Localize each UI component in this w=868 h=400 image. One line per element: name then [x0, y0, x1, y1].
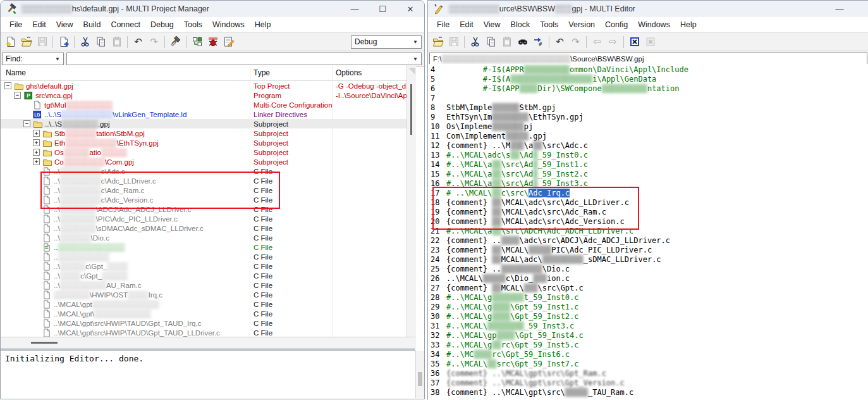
menu-windows[interactable]: Windows	[633, 20, 675, 29]
tree-horizontal-scrollbar[interactable]	[1, 337, 415, 349]
find-combo[interactable]: Find: ▼	[2, 53, 64, 65]
menu-build[interactable]: Build	[78, 20, 106, 29]
tree-row[interactable]: ..\MCAL\gpt\▒▒▒▒▒▒▒▒▒▒▒C File	[1, 309, 415, 318]
find-button[interactable]	[515, 34, 530, 49]
file-path-input[interactable]: F:\▒▒▒▒▒▒▒▒▒▒▒▒▒▒▒▒▒▒▒▒▒▒▒▒▒\Source\BSW\…	[429, 53, 867, 65]
new-file-button[interactable]	[3, 34, 18, 49]
menu-view[interactable]: View	[51, 20, 78, 29]
code-editor[interactable]: 4 #-I$(APPR▒▒▒▒▒▒▒▒▒▒ommon\DaVinci\Appl\…	[428, 64, 868, 400]
tree-row[interactable]: ..▒▒▒▒▒▒▒▒▒▒C File	[1, 252, 415, 261]
maximize-button[interactable]: ☐	[369, 1, 396, 17]
add-file-button[interactable]	[56, 34, 71, 49]
redo-button[interactable]: ↷	[146, 34, 162, 49]
menu-connect[interactable]: Connect	[106, 20, 145, 29]
copy-button[interactable]	[483, 34, 499, 49]
save-button[interactable]	[34, 34, 50, 49]
tree-row[interactable]: ..\MCAL\gpt\src\HWIP\TAUD\Gpt_TAUD_Irq.c…	[1, 318, 415, 328]
minimize-button[interactable]: —	[826, 1, 853, 17]
tree-vertical-scrollbar[interactable]	[406, 65, 416, 347]
menu-help[interactable]: Help	[250, 20, 276, 29]
menu-edit[interactable]: Edit	[455, 20, 479, 29]
tree-row[interactable]: ..\▒▒▒▒▒c\Gpt_▒▒▒▒C File	[1, 261, 415, 271]
column-header-options[interactable]: Options	[336, 68, 362, 77]
menu-file[interactable]: File	[432, 20, 455, 29]
edit-doc-button[interactable]	[221, 34, 236, 49]
open-folder-button[interactable]	[18, 34, 34, 49]
tree-row[interactable]: tgt\Mul▒▒▒▒▒▒▒▒▒Multi-Core Configuration	[1, 100, 415, 109]
tree-row[interactable]: ..\▒▒▒▒▒▒\Dio.cC File	[1, 233, 415, 242]
column-header-type[interactable]: Type	[254, 68, 270, 77]
redo-button[interactable]: ↷	[568, 34, 584, 49]
menu-windows[interactable]: Windows	[207, 20, 250, 29]
tree-row[interactable]: ▒▒▒▒▒▒▒\HWIP\OST▒▒▒▒Irq.cC File	[1, 290, 415, 299]
build-config-combo[interactable]: Debug ▼	[351, 35, 422, 49]
paste-button[interactable]	[499, 34, 515, 49]
menu-help[interactable]: Help	[675, 20, 702, 29]
tree-row[interactable]: ..\▒▒▒▒c\Gpt_▒▒▒▒▒C File	[1, 271, 415, 280]
debug-button[interactable]	[205, 34, 221, 49]
tree-row[interactable]: +Os▒▒▒▒▒atio▒▒▒▒▒Subproject	[1, 147, 415, 157]
undo-button[interactable]: ↶	[130, 34, 146, 49]
copy-button[interactable]	[93, 34, 109, 49]
menu-file[interactable]: File	[4, 20, 27, 29]
menu-config[interactable]: Config	[600, 20, 633, 29]
forward-button[interactable]: ⇨	[605, 34, 621, 49]
column-header-name[interactable]: Name	[6, 68, 26, 77]
output-scrollbar[interactable]	[415, 351, 424, 398]
menu-tools[interactable]: Tools	[179, 20, 207, 29]
close-file-button[interactable]	[627, 34, 642, 49]
close-button[interactable]: ✕	[396, 1, 424, 17]
menu-tools[interactable]: Tools	[535, 20, 563, 29]
pane-corner-icon[interactable]	[408, 68, 415, 75]
text-segment: {comment}	[446, 284, 492, 292]
tree-expander[interactable]: +	[33, 139, 40, 146]
tree-row[interactable]: LD..\..\S▒▒▒▒▒▒▒▒▒▒\vLinkGen_Template.ld…	[1, 109, 415, 119]
find-input[interactable]: ▼	[66, 53, 422, 65]
build-button[interactable]	[168, 34, 183, 49]
tree-expander[interactable]: −	[14, 92, 21, 99]
text-segment: rc\Gpt_59_Inst5.c	[501, 341, 579, 349]
tree-item-type: C File	[254, 282, 272, 289]
paste-button[interactable]	[109, 34, 125, 49]
cut-button[interactable]	[77, 34, 93, 49]
tree-expander[interactable]: +	[33, 158, 40, 165]
menu-block[interactable]: Block	[506, 20, 535, 29]
menu-version[interactable]: Version	[563, 20, 600, 29]
cut-button[interactable]	[467, 34, 483, 49]
tree-row[interactable]: +Eth▒▒▒▒▒▒▒▒▒▒\EthTSyn.gpjSubproject	[1, 138, 415, 147]
open-folder-button[interactable]	[430, 34, 446, 49]
back-button[interactable]: ⇦	[589, 34, 605, 49]
tree-expander[interactable]: −	[4, 82, 11, 89]
tree-expander[interactable]: +	[33, 149, 40, 156]
pm-titlebar[interactable]: ▒▒▒▒▒▒▒▒▒hs\default.gpj - MULTI Project …	[1, 1, 424, 17]
menu-view[interactable]: View	[479, 20, 506, 29]
connect-button[interactable]	[189, 34, 205, 49]
save-button[interactable]	[446, 34, 462, 49]
tree-row[interactable]: +Co▒▒▒▒▒▒▒▒\Com.gpjSubproject	[1, 157, 415, 166]
tree-row[interactable]: ..\▒▒▒▒▒▒▒\PIC\Adc_PIC_LLDriver.cC File	[1, 214, 415, 223]
tree-expander[interactable]: −	[23, 120, 30, 127]
tree-row[interactable]: ..▒▒▒▒▒▒▒▒▒▒▒▒▒C File	[1, 242, 415, 252]
tree-row[interactable]: −..\..\S▒▒▒▒▒▒▒.gpjSubproject	[1, 119, 415, 128]
menu-debug[interactable]: Debug	[145, 20, 179, 29]
scrollbar-handle[interactable]	[418, 372, 422, 386]
scrollbar-handle[interactable]	[410, 84, 412, 135]
delete-button[interactable]	[642, 34, 658, 49]
tree-row[interactable]: ..\▒▒▒▒▒▒▒▒▒AU_Ram.cC File	[1, 280, 415, 290]
undo-button[interactable]: ↶	[552, 34, 568, 49]
tree-row[interactable]: −Psrc\mca.gpjProgram-I..\Source\DaVinci\…	[1, 91, 415, 100]
minimize-button[interactable]: —	[341, 1, 369, 17]
tree-row[interactable]: −ghs\default.gpjTop Project-G -Odebug -o…	[1, 81, 415, 91]
goto-line-button[interactable]: #	[530, 34, 546, 49]
tree-row[interactable]: ..\MCAL\gpt▒▒▒▒▒▒▒▒▒▒▒▒▒C File	[1, 299, 415, 309]
tree-row[interactable]: ..\▒▒▒▒▒▒▒\sDMAC\Adc_sDMAC_LLDriver.cC F…	[1, 223, 415, 233]
output-log[interactable]: Initializing Editor... done.	[1, 349, 415, 398]
editor-titlebar[interactable]: ▒▒▒▒▒▒▒▒▒urce\BSW\BSW▒▒▒gpj - MULTI Edit…	[428, 1, 868, 17]
tree-item-type: C File	[254, 291, 272, 299]
tree-expander[interactable]: +	[33, 130, 40, 137]
menu-edit[interactable]: Edit	[27, 20, 51, 29]
scrollbar-handle[interactable]	[31, 342, 58, 344]
line-number: 25	[428, 265, 444, 274]
tree-row[interactable]: +Stb▒▒▒▒▒▒tation\StbM.gpjSubproject	[1, 128, 415, 138]
tree-row[interactable]: ..\MCAL\gpt\src\HWIP\TAUD\Gpt_TAUD_LLDri…	[1, 328, 415, 337]
